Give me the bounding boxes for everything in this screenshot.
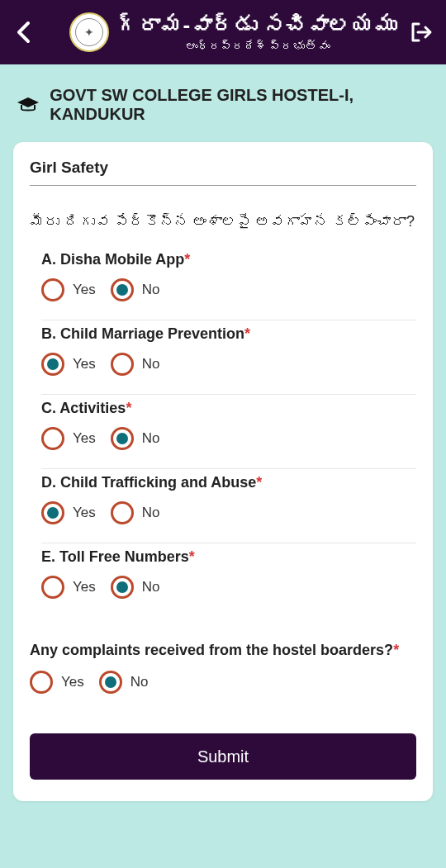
radio-label-no: No	[142, 579, 160, 595]
chevron-left-icon	[15, 21, 33, 44]
question-block: C. Activities*YesNo	[41, 395, 416, 469]
radio-row: YesNo	[41, 278, 416, 301]
radio-yes[interactable]: Yes	[41, 576, 96, 599]
page-title: GOVT SW COLLEGE GIRLS HOSTEL-I, KANDUKUR	[50, 86, 429, 124]
complaints-radio-no[interactable]: No	[99, 671, 149, 694]
radio-no[interactable]: No	[111, 278, 160, 301]
svg-marker-0	[17, 97, 39, 107]
top-bar: ✦ గ్రామ-వార్డు సచివాలయము ఆంధ్రప్రదేశ్ ప్…	[0, 0, 446, 64]
form-card: Girl Safety మీరు దిగువ పేర్కొన్న అంశాలపై…	[13, 142, 433, 801]
question-label: E. Toll Free Numbers*	[41, 548, 416, 566]
radio-yes[interactable]: Yes	[41, 353, 96, 376]
question-block: A. Disha Mobile App*YesNo	[41, 246, 416, 320]
radio-label-yes: Yes	[73, 430, 96, 447]
radio-label-no: No	[142, 505, 160, 521]
radio-label-no: No	[130, 674, 149, 690]
submit-button[interactable]: Submit	[30, 733, 416, 780]
radio-label-yes: Yes	[73, 282, 96, 298]
question-label: A. Disha Mobile App*	[41, 251, 416, 268]
brand-block: ✦ గ్రామ-వార్డు సచివాలయము ఆంధ్రప్రదేశ్ ప్…	[69, 12, 397, 53]
brand-subtitle: ఆంధ్రప్రదేశ్ ప్రభుత్వం	[117, 40, 397, 53]
radio-label-yes: Yes	[73, 356, 96, 372]
radio-no[interactable]: No	[111, 427, 160, 450]
radio-yes[interactable]: Yes	[41, 501, 96, 524]
emblem-icon: ✦	[69, 12, 109, 52]
question-label: C. Activities*	[41, 400, 416, 417]
complaints-label: Any complaints received from the hostel …	[30, 642, 416, 659]
brand-title: గ్రామ-వార్డు సచివాలయము	[117, 12, 397, 38]
complaints-radio-row: Yes No	[30, 671, 416, 694]
radio-row: YesNo	[41, 427, 416, 450]
logout-icon	[408, 20, 433, 45]
graduation-cap-icon	[17, 92, 40, 117]
question-label: B. Child Marriage Prevention*	[41, 325, 416, 343]
radio-label-yes: Yes	[73, 505, 96, 521]
page-body: GOVT SW COLLEGE GIRLS HOSTEL-I, KANDUKUR…	[0, 64, 446, 821]
complaints-block: Any complaints received from the hostel …	[30, 642, 416, 694]
radio-label-no: No	[142, 282, 160, 298]
top-bar-left: ✦ గ్రామ-వార్డు సచివాలయము ఆంధ్రప్రదేశ్ ప్…	[12, 12, 397, 53]
section-title: Girl Safety	[30, 159, 416, 186]
radio-label-yes: Yes	[61, 674, 84, 690]
lead-question: మీరు దిగువ పేర్కొన్న అంశాలపై అవగాహన కల్ప…	[30, 211, 416, 233]
required-asterisk: *	[393, 642, 399, 658]
radio-label-yes: Yes	[73, 579, 96, 595]
radio-no[interactable]: No	[111, 501, 160, 524]
complaints-radio-yes[interactable]: Yes	[30, 671, 84, 694]
radio-label-no: No	[142, 430, 160, 447]
question-block: E. Toll Free Numbers*YesNo	[41, 543, 416, 617]
radio-label-no: No	[142, 356, 160, 372]
brand-text: గ్రామ-వార్డు సచివాలయము ఆంధ్రప్రదేశ్ ప్రభ…	[117, 12, 397, 53]
question-block: D. Child Trafficking and Abuse*YesNo	[41, 469, 416, 543]
question-block: B. Child Marriage Prevention*YesNo	[41, 320, 416, 395]
required-asterisk: *	[126, 400, 131, 416]
radio-no[interactable]: No	[111, 353, 160, 376]
radio-row: YesNo	[41, 501, 416, 524]
question-label: D. Child Trafficking and Abuse*	[41, 474, 416, 491]
radio-yes[interactable]: Yes	[41, 427, 96, 450]
radio-yes[interactable]: Yes	[41, 278, 96, 301]
required-asterisk: *	[184, 251, 190, 268]
required-asterisk: *	[189, 548, 195, 565]
required-asterisk: *	[244, 325, 250, 342]
logout-button[interactable]	[406, 18, 434, 46]
radio-no[interactable]: No	[111, 576, 160, 599]
back-button[interactable]	[12, 20, 36, 45]
radio-row: YesNo	[41, 353, 416, 376]
page-title-row: GOVT SW COLLEGE GIRLS HOSTEL-I, KANDUKUR	[17, 86, 429, 124]
required-asterisk: *	[256, 474, 262, 491]
radio-row: YesNo	[41, 576, 416, 599]
